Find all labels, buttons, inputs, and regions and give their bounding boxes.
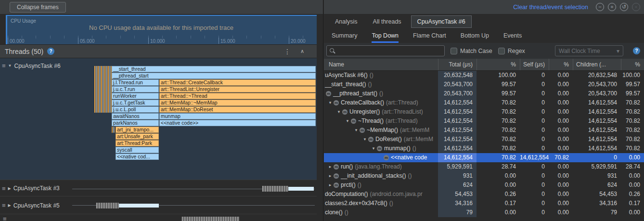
table-row[interactable]: ▾mCreateCallback()(art::Thread)14,612,55… xyxy=(324,98,644,107)
drag-handle-icon[interactable]: ≡ xyxy=(2,184,6,192)
flame-frame[interactable]: j.u.c.L.poll xyxy=(112,106,159,113)
flame-frame[interactable]: runWorker xyxy=(112,93,159,99)
drag-handle-icon[interactable]: ≡ xyxy=(2,62,6,69)
thread-activity-bar[interactable] xyxy=(96,203,119,208)
column-header-self-pct[interactable]: % xyxy=(549,59,573,70)
thread-activity-bar[interactable] xyxy=(119,204,159,208)
thread-activity-bar[interactable] xyxy=(182,217,240,221)
flame-frame[interactable]: __pthread_start xyxy=(112,73,316,79)
expand-node-icon[interactable]: ▸ xyxy=(327,171,334,181)
flame-frame[interactable]: <<native code>> xyxy=(159,120,316,126)
reset-zoom-icon[interactable]: ↺ xyxy=(620,3,628,11)
help-icon[interactable]: ? xyxy=(633,47,640,54)
tab-flame-chart[interactable]: Flame Chart xyxy=(413,29,446,43)
table-row[interactable]: ▸mprctl()()6240.0000.006240.00 xyxy=(324,181,644,190)
flame-frame[interactable]: art::MemMap::~MemMap xyxy=(159,100,316,106)
flame-frame[interactable]: j.u.c.T.getTask xyxy=(112,100,159,106)
column-header-total-pct[interactable]: % xyxy=(477,59,520,70)
collapse-node-icon[interactable]: ▾ xyxy=(335,107,342,117)
table-row[interactable]: uAsyncTask #6()()20,632,548100.0000.0020… xyxy=(324,71,644,80)
flame-frame[interactable]: parkNanos xyxy=(112,120,159,126)
kebab-menu-icon[interactable]: ⋮ xyxy=(284,48,291,55)
table-row[interactable]: m__pthread_start()()20,543,70099.5700.00… xyxy=(324,89,644,98)
flame-frame[interactable]: munmap xyxy=(159,113,316,119)
flame-frame[interactable]: syscall xyxy=(116,147,159,153)
flame-frame[interactable]: j.u.c.T.run xyxy=(112,86,159,92)
thread-row-cpuasynctask-6[interactable]: ≡ ▼ CpuAsyncTask #6 __start_thread__pthr… xyxy=(0,58,317,180)
clear-selection-link[interactable]: Clear thread/event selection xyxy=(513,4,588,11)
thread-label[interactable]: ≡ ▼ CpuAsyncTask #6 xyxy=(2,62,61,69)
clock-type-dropdown[interactable]: Wall Clock Time ▾ xyxy=(555,45,623,56)
thread-activity-bar[interactable] xyxy=(288,187,314,191)
tab-bottom-up[interactable]: Bottom Up xyxy=(461,29,489,43)
collapse-node-icon[interactable]: ▾ xyxy=(370,144,377,153)
tab-all-threads[interactable]: All threads xyxy=(367,16,407,27)
flame-frame[interactable]: art::MemMap::DoReset xyxy=(159,106,316,113)
flame-frame[interactable]: j.l.Thread.run xyxy=(112,79,159,86)
expand-node-icon[interactable]: ▸ xyxy=(327,162,334,171)
collapse-node-icon[interactable]: ▾ xyxy=(327,98,334,107)
column-header-self[interactable]: Self (μs) xyxy=(520,59,549,70)
table-row[interactable]: ▸m__init_additional_stacks()()9310.0000.… xyxy=(324,171,644,181)
tab-cpuasynctask-6[interactable]: CpuAsyncTask #6 xyxy=(411,15,472,28)
thread-activity-bar[interactable] xyxy=(262,186,288,192)
thread-row-partial[interactable]: ≡ xyxy=(0,214,317,221)
cpu-usage-panel[interactable]: CPU Usage No CPU usage data available fo… xyxy=(6,15,317,44)
table-row[interactable]: doComputation()(android.com.java.pr54,45… xyxy=(324,190,644,199)
thread-row-cpuasynctask-5[interactable]: ≡ ▶ CpuAsyncTask #5 xyxy=(0,196,317,214)
flame-frame[interactable]: art_jni_trampo... xyxy=(116,127,159,133)
drag-handle-icon[interactable]: ≡ xyxy=(3,215,7,221)
help-icon[interactable]: ? xyxy=(47,48,54,55)
column-header-total[interactable]: Total (μs) xyxy=(438,59,477,70)
flame-frame[interactable]: art:Unsafe_park xyxy=(116,133,159,140)
flame-frame[interactable]: art::ThreadList::Unregister xyxy=(159,86,316,92)
flame-frame[interactable]: art::Thread::CreateCallback xyxy=(159,79,316,86)
table-row[interactable]: ▾mUnregister()(art::ThreadList)14,612,55… xyxy=(324,107,644,117)
collapse-panel-icon[interactable]: ∧ xyxy=(300,48,304,54)
tab-summary[interactable]: Summary xyxy=(332,29,357,43)
flame-frame[interactable]: <<native cod... xyxy=(116,154,159,160)
table-row[interactable]: ▾m~Thread()(art::Thread)14,612,55470.820… xyxy=(324,117,644,126)
flame-dense-frames[interactable] xyxy=(94,66,112,113)
table-row[interactable]: ▸mrun()(java.lang.Thread)5,929,59128.740… xyxy=(324,162,644,171)
table-row[interactable]: m<<native code14,612,55470.8214,612,5547… xyxy=(324,153,644,162)
table-row[interactable]: ▾mmunmap()()14,612,55470.8200.0014,612,5… xyxy=(324,144,644,153)
collapse-node-icon[interactable]: ▾ xyxy=(361,135,368,144)
tab-top-down[interactable]: Top Down xyxy=(372,29,399,43)
checkbox-box[interactable] xyxy=(451,48,457,54)
column-header-children-pct[interactable]: % xyxy=(621,59,644,70)
table-row[interactable]: classes2.dex+0x347c8()()34,3160.1700.003… xyxy=(324,199,644,208)
tab-analysis[interactable]: Analysis xyxy=(329,16,363,27)
table-row[interactable]: ▾mDoReset()(art::MemM14,612,55470.8200.0… xyxy=(324,135,644,144)
zoom-out-icon[interactable]: − xyxy=(596,3,604,11)
cell-self: 0 xyxy=(520,126,549,135)
thread-label[interactable]: ≡ ▶ CpuAsyncTask #5 xyxy=(2,202,60,209)
flame-frame[interactable]: awaitNanos xyxy=(112,113,159,119)
match-case-checkbox[interactable]: Match Case xyxy=(451,48,492,54)
thread-label[interactable]: ≡ ▶ CpuAsyncTask #3 xyxy=(2,184,60,192)
collapse-node-icon[interactable]: ▾ xyxy=(353,126,360,135)
regex-checkbox[interactable]: Regex xyxy=(498,48,525,54)
drag-handle-icon[interactable]: ≡ xyxy=(2,202,6,209)
thread-row-cpuasynctask-3[interactable]: ≡ ▶ CpuAsyncTask #3 xyxy=(0,180,317,196)
column-header-children[interactable]: Children (... xyxy=(573,59,621,70)
search-box[interactable] xyxy=(326,45,445,56)
search-input[interactable] xyxy=(338,48,444,54)
table-row[interactable]: __start_thread()()20,543,70099.5700.0020… xyxy=(324,80,644,89)
flame-frame[interactable]: __start_thread xyxy=(112,66,316,72)
column-header-name[interactable]: Name xyxy=(324,59,438,70)
flame-frame[interactable] xyxy=(112,127,115,133)
table-row[interactable]: ▾m~MemMap()(art::MemM14,612,55470.8200.0… xyxy=(324,126,644,135)
table-row[interactable]: clone()()790.0000.00790.00 xyxy=(324,208,644,217)
collapse-frames-button[interactable]: Collapse frames xyxy=(10,2,66,13)
tab-events[interactable]: Events xyxy=(503,29,522,43)
collapse-node-icon[interactable]: ▾ xyxy=(344,117,351,126)
flame-frame[interactable]: art:Thread:Park xyxy=(116,140,159,146)
zoom-in-icon[interactable]: + xyxy=(608,3,616,11)
checkbox-box[interactable] xyxy=(498,48,505,54)
expand-thread-icon[interactable]: ▶ xyxy=(8,203,11,208)
expand-thread-icon[interactable]: ▶ xyxy=(8,186,11,190)
expand-node-icon[interactable]: ▸ xyxy=(327,181,334,190)
collapse-thread-icon[interactable]: ▼ xyxy=(8,64,12,68)
flame-frame[interactable]: art::Thread::~Thread xyxy=(159,93,316,99)
